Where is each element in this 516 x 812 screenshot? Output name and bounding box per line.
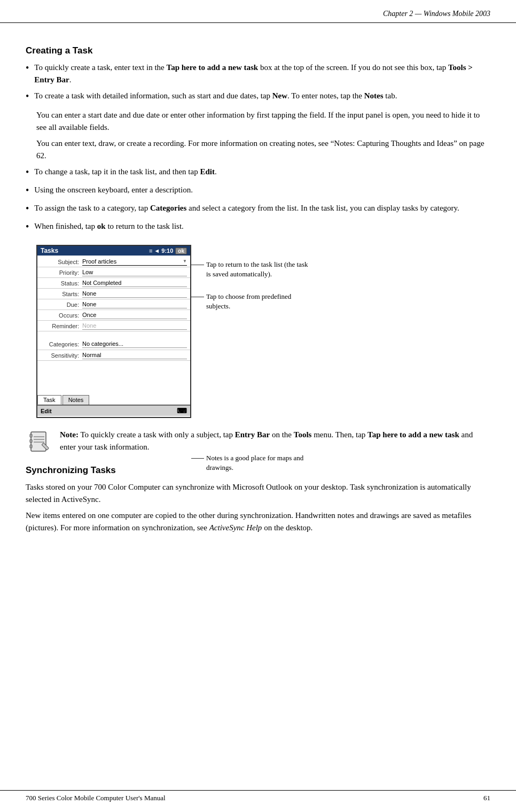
svg-rect-2 xyxy=(30,439,32,443)
svg-rect-1 xyxy=(30,434,32,437)
subject-label: Subject: xyxy=(41,259,82,265)
screenshot-area: Tasks ≡ ◄ 9:10 ok Subject: Proof article… xyxy=(36,245,490,418)
status-label: Status: xyxy=(41,280,82,287)
device-body: Subject: Proof articles Priority: Low St… xyxy=(37,256,190,417)
callouts-area: Tap to return to the task list (the task… xyxy=(191,245,490,418)
callout-3-text: Notes is a good place for maps and drawi… xyxy=(204,453,311,473)
bold-categories: Categories xyxy=(150,204,186,212)
categories-label: Categories: xyxy=(41,341,82,347)
due-value[interactable]: None xyxy=(82,301,187,308)
callout-3: Notes is a good place for maps and drawi… xyxy=(191,453,311,477)
sensitivity-label: Sensitivity: xyxy=(41,352,82,359)
device-tabs: Task Notes xyxy=(37,395,190,405)
callout-1-text: Tap to return to the task list (the task… xyxy=(204,260,311,279)
due-label: Due: xyxy=(41,301,82,308)
starts-row: Starts: None xyxy=(37,289,190,299)
list-item-4: Using the onscreen keyboard, enter a des… xyxy=(26,184,490,198)
sensitivity-value[interactable]: Normal xyxy=(82,352,187,359)
occurs-row: Occurs: Once xyxy=(37,310,190,321)
list-item-1-content: To quickly create a task, enter text in … xyxy=(34,61,490,86)
sync-para-1: Tasks stored on your 700 Color Computer … xyxy=(26,481,490,505)
callout-1-line xyxy=(191,265,204,265)
bold-edit: Edit xyxy=(200,167,215,176)
spacer-1 xyxy=(37,331,190,339)
bold-tools: Tools > xyxy=(448,63,473,72)
spacer-2 xyxy=(37,361,190,393)
device-titlebar: Tasks ≡ ◄ 9:10 ok xyxy=(37,246,190,256)
main-content: Creating a Task To quickly create a task… xyxy=(0,23,516,570)
list-item-2-content: To create a task with detailed informati… xyxy=(34,90,490,102)
page-header: Chapter 2 — Windows Mobile 2003 xyxy=(0,0,516,23)
toolbar-edit-label[interactable]: Edit xyxy=(41,408,52,414)
callout-2-line xyxy=(191,297,204,297)
device-title: Tasks xyxy=(41,247,58,254)
sync-para-2: New items entered on one computer are co… xyxy=(26,509,490,533)
bold-new: New xyxy=(272,91,287,100)
list-item-3-content: To change a task, tap it in the task lis… xyxy=(34,166,490,178)
list-item-1: To quickly create a task, enter text in … xyxy=(26,61,490,86)
keyboard-icon[interactable]: ⌨ xyxy=(177,407,187,415)
callout-2-text: Tap to choose from predefined subjects. xyxy=(204,292,311,311)
bold-tap-here: Tap here to add a new task xyxy=(167,63,259,72)
bold-notes: Notes xyxy=(364,91,384,100)
bullet-list-1: To quickly create a task, enter text in … xyxy=(26,61,490,104)
list-item-5-content: To assign the task to a category, tap Ca… xyxy=(34,202,490,214)
categories-row: Categories: No categories... xyxy=(37,339,190,350)
callout-2: Tap to choose from predefined subjects. xyxy=(191,292,311,315)
footer-left: 700 Series Color Mobile Computer User's … xyxy=(26,794,166,802)
tab-notes[interactable]: Notes xyxy=(62,395,90,405)
subject-value[interactable]: Proof articles xyxy=(82,258,187,266)
footer-right: 61 xyxy=(483,794,490,802)
svg-rect-0 xyxy=(31,432,46,451)
occurs-label: Occurs: xyxy=(41,312,82,319)
list-item-6: When finished, tap ok to return to the t… xyxy=(26,220,490,234)
note-icon xyxy=(26,429,52,455)
bold-entry-bar: Entry Bar xyxy=(34,75,69,84)
callout-3-line xyxy=(191,458,204,459)
priority-label: Priority: xyxy=(41,269,82,276)
note-text-content: Note: To quickly create a task with only… xyxy=(60,429,490,453)
list-item-3: To change a task, tap it in the task lis… xyxy=(26,166,490,180)
priority-row: Priority: Low xyxy=(37,267,190,278)
note-icon-svg xyxy=(27,430,51,454)
list-item-5: To assign the task to a category, tap Ca… xyxy=(26,202,490,216)
header-chapter-text: Chapter 2 — Windows Mobile 2003 xyxy=(383,10,490,18)
indent-para-2: You can enter text, draw, or create a re… xyxy=(36,137,490,161)
note-box: Note: To quickly create a task with only… xyxy=(26,429,490,455)
list-item-6-content: When finished, tap ok to return to the t… xyxy=(34,220,490,233)
occurs-value[interactable]: Once xyxy=(82,312,187,319)
note-bold-entrybar: Entry Bar xyxy=(235,430,270,439)
note-bold-label: Note: xyxy=(60,430,79,439)
status-value[interactable]: Not Completed xyxy=(82,280,187,287)
categories-value[interactable]: No categories... xyxy=(82,341,187,348)
sync-italic: ActiveSync Help xyxy=(209,523,262,532)
reminder-value[interactable]: None xyxy=(82,322,187,330)
callout-1: Tap to return to the task list (the task… xyxy=(191,260,311,283)
device-titlebar-icons: ≡ ◄ 9:10 ok xyxy=(149,248,187,254)
status-row: Status: Not Completed xyxy=(37,278,190,289)
reminder-label: Reminder: xyxy=(41,323,82,329)
tab-task[interactable]: Task xyxy=(37,395,61,405)
device-status-icons: ≡ ◄ 9:10 xyxy=(149,248,173,254)
starts-label: Starts: xyxy=(41,291,82,297)
reminder-row: Reminder: None xyxy=(37,321,190,331)
creating-task-heading: Creating a Task xyxy=(26,45,490,56)
starts-value[interactable]: None xyxy=(82,290,187,298)
svg-rect-3 xyxy=(30,445,32,448)
page-footer: 700 Series Color Mobile Computer User's … xyxy=(0,790,516,802)
priority-value[interactable]: Low xyxy=(82,269,187,276)
device-screenshot: Tasks ≡ ◄ 9:10 ok Subject: Proof article… xyxy=(36,245,191,418)
device-ok-button[interactable]: ok xyxy=(175,248,187,254)
list-item-2: To create a task with detailed informati… xyxy=(26,90,490,104)
subject-row: Subject: Proof articles xyxy=(37,257,190,267)
sensitivity-row: Sensitivity: Normal xyxy=(37,350,190,361)
indent-para-1: You can enter a start date and due date … xyxy=(36,109,490,133)
device-toolbar: Edit ⌨ xyxy=(37,405,190,416)
list-item-4-content: Using the onscreen keyboard, enter a des… xyxy=(34,184,490,196)
bullet-list-2: To change a task, tap it in the task lis… xyxy=(26,166,490,234)
note-bold-taphere: Tap here to add a new task xyxy=(368,430,459,439)
bold-ok: ok xyxy=(97,222,106,230)
due-row: Due: None xyxy=(37,299,190,310)
note-bold-tools: Tools xyxy=(294,430,312,439)
